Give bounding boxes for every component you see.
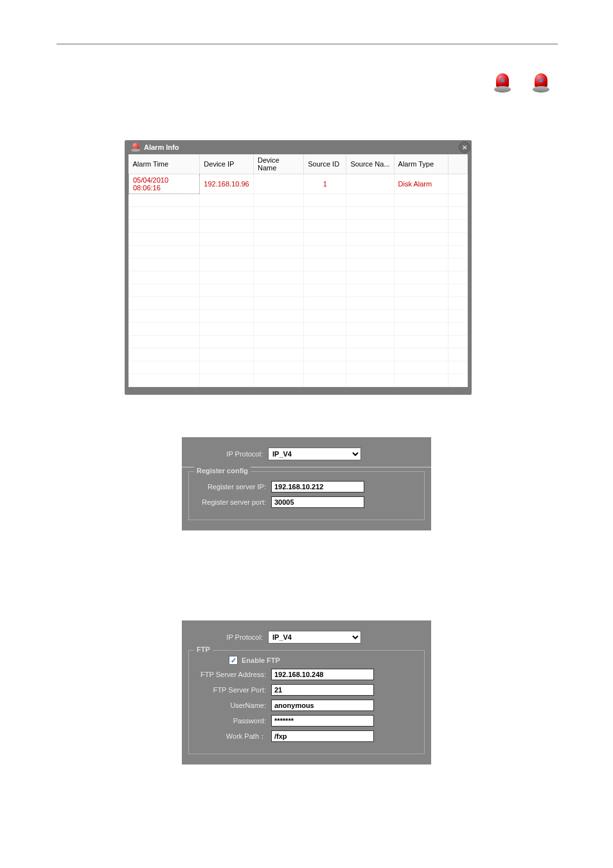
ftp-workpath-input[interactable] [271,730,374,742]
table-row [129,348,468,361]
ftp-password-label: Password: [194,717,271,725]
col-source-na[interactable]: Source Na... [346,154,394,174]
register-ip-label: Register server IP: [194,483,271,491]
alarm-siren-icon [131,143,140,152]
table-row [129,361,468,374]
alarm-siren-icon [492,72,513,93]
table-row [129,258,468,271]
window-title: Alarm Info [144,143,179,151]
fieldset-legend: Register config [194,467,251,475]
table-row[interactable]: 05/04/2010 08:06:16192.168.10.961Disk Al… [129,174,468,194]
alarm-siren-icon [531,72,551,93]
ftp-port-label: FTP Server Port: [194,686,271,694]
col-device-name[interactable]: Device Name [253,154,303,174]
table-row [129,336,468,348]
table-row [129,246,468,258]
register-port-label: Register server port: [194,498,271,506]
ip-protocol-label: IP Protocol: [191,450,268,458]
ip-protocol-select[interactable]: IP_V4 [268,631,361,644]
alarm-info-window: Alarm Info ✕ Alarm Time Device IP Device… [125,140,472,395]
ftp-password-input[interactable] [271,715,374,727]
table-row [129,207,468,220]
table-row [129,233,468,246]
table-row [129,310,468,323]
table-row [129,194,468,207]
col-alarm-type[interactable]: Alarm Type [394,154,448,174]
register-port-input[interactable] [271,496,364,508]
ip-protocol-select[interactable]: IP_V4 [268,448,361,460]
ftp-address-input[interactable] [271,669,374,680]
enable-ftp-label: Enable FTP [242,656,280,664]
table-row [129,220,468,233]
ftp-username-input[interactable] [271,700,374,711]
ftp-workpath-label: Work Path： [194,732,271,741]
ip-protocol-label: IP Protocol: [191,633,268,641]
ftp-address-label: FTP Server Address: [194,671,271,678]
fieldset-legend: FTP [194,646,213,653]
alarm-status-icons [492,72,551,93]
register-config-panel: IP Protocol: IP_V4 Register config Regis… [182,437,431,530]
table-row [129,297,468,310]
close-icon[interactable]: ✕ [459,141,470,153]
ftp-port-input[interactable] [271,684,374,696]
top-rule [57,44,558,44]
ftp-config-panel: IP Protocol: IP_V4 FTP ✓ Enable FTP FTP … [182,620,431,764]
col-device-ip[interactable]: Device IP [200,154,254,174]
table-row [129,271,468,284]
col-alarm-time[interactable]: Alarm Time [129,154,200,174]
checkbox-icon[interactable]: ✓ [229,656,238,665]
ftp-username-label: UserName: [194,701,271,709]
table-row [129,323,468,336]
ftp-fieldset: FTP ✓ Enable FTP FTP Server Address: FTP… [188,650,425,754]
col-spacer [448,154,467,174]
table-row [129,374,468,387]
window-titlebar[interactable]: Alarm Info ✕ [129,140,468,154]
register-ip-input[interactable] [271,481,364,493]
table-header-row: Alarm Time Device IP Device Name Source … [129,154,468,174]
alarm-table: Alarm Time Device IP Device Name Source … [129,154,468,387]
register-config-fieldset: Register config Register server IP: Regi… [188,471,425,520]
table-row [129,284,468,297]
col-source-id[interactable]: Source ID [304,154,346,174]
enable-ftp-row[interactable]: ✓ Enable FTP [229,656,419,665]
